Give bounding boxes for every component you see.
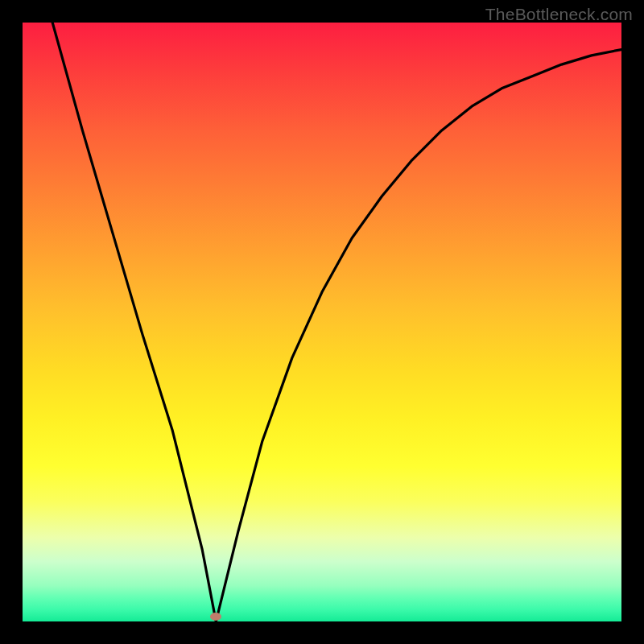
optimum-marker [210,613,221,621]
bottleneck-curve [23,23,621,621]
chart-frame: TheBottleneck.com [0,0,644,644]
watermark-label: TheBottleneck.com [485,5,633,24]
plot-area [23,23,621,621]
